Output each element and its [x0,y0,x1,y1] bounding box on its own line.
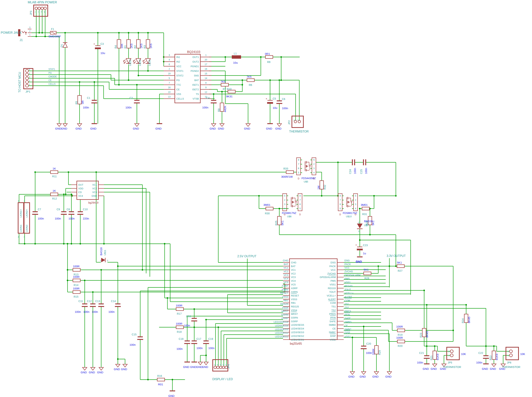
schematic-page: GNDGNDGNDGNDGNDGNDGNDGNDGNDGNDGNDGNDGNDG… [0,0,532,397]
schematic-text: MLAB 4PIN POWER [28,0,57,4]
gnd-label: GND [360,375,366,378]
schematic-text: 100n [55,217,61,220]
ic-pin-name: PACK [330,265,336,268]
gnd-label: GND [266,127,272,130]
schematic-text: 100n [184,324,190,327]
schematic-text: 1 [34,12,37,12]
schematic-text: 5K1 [364,268,369,271]
schematic-text: C17 [196,337,201,340]
ic-pin-name: LED5/SEG5 [291,323,304,326]
fet-pin-number: 2 [284,199,285,201]
gnd-symbol [277,124,281,126]
schematic-text: PFIN [344,313,350,316]
ic-pin-name: LED2/SEG2 [291,335,304,337]
schematic-text: 5K1 [397,261,402,264]
resistor [176,326,183,329]
schematic-text: 0R1 [265,52,270,55]
connector-pin [41,7,43,10]
fet-pin-number: 2 [313,163,315,166]
junction-dot [67,269,68,271]
ic-pin-name: TOUT [329,291,336,293]
led-arrow [124,62,124,63]
connector-pin [219,366,222,369]
ic-pin-name: REG33 [328,287,336,290]
schematic-text: 442K [223,106,226,112]
junction-dot [359,239,361,241]
schematic-text: 10u [100,51,105,55]
junction-dot [71,243,72,244]
gnd-symbol [198,362,202,365]
ic-pin-name: PG [176,79,180,82]
ic-pin-name: ISET1 [192,83,199,86]
junction-dot [321,195,322,197]
ic-pin-name: VSS2 [330,338,336,341]
ic-pin-name: PMS [330,279,336,282]
schematic-text: L1 [234,52,237,55]
fet-pin-number: 7 [298,163,299,166]
fet-pin-number: 3 [284,203,285,206]
ic-pin-name: VSS [176,93,181,95]
schematic-text: REG25 [280,303,288,305]
schematic-text: R15 [74,295,79,298]
ic-pin-name: VCELL+ [327,294,336,297]
inductor [232,55,241,59]
junction-dot [84,280,86,281]
schematic-text: LED5/DEG5 [275,324,288,327]
schematic-text: C3 [100,42,104,45]
ic-pin-name: REG25 [291,305,299,308]
fet-pin-number: 8 [298,159,299,161]
junction-dot [42,32,43,33]
schematic-text: 1K5 [130,43,133,49]
junction-dot [426,345,428,347]
gnd-symbol [82,367,87,370]
resistor [375,346,378,354]
gnd-label: GND [385,375,391,378]
schematic-text: C7 [38,208,41,211]
ic-pin-name: GPOD/ALARM [320,276,336,279]
junction-dot [79,81,80,83]
schematic-text: 100n [282,107,288,110]
ic-pin-name: VC2 [291,272,296,275]
schematic-text: SMD300F [49,35,61,38]
junction-dot [63,194,65,195]
gnd-symbol [135,124,139,126]
junction-dot [369,234,371,236]
schematic-text: TOUT [344,288,351,291]
connector-pin [509,354,512,357]
schematic-text: R5 [75,101,78,104]
resistor [228,90,235,93]
ic-pin-name: IN1 [176,56,180,58]
junction-dot [68,171,69,173]
ic-pin-name: CD [78,191,82,194]
gnd-symbol [350,372,355,374]
schematic-text: C14 [111,300,116,303]
junction-dot [269,79,271,81]
ic-pin-name: PGND1 [190,65,199,68]
schematic-text: JP1 [25,90,30,93]
ic-pin-name: CELLS [176,97,184,100]
ic-pin-name: GND [92,194,97,197]
schematic-text: VC1 [284,266,288,269]
fet-pin-number: S [355,194,356,197]
schematic-text: 100R [396,325,403,328]
schematic-text: R11 [52,175,57,178]
schematic-text: 2 [448,351,450,353]
junction-dot [64,32,66,33]
schematic-text: 2 [37,12,40,12]
junction-dot [138,75,139,76]
ic-pin-name: BAT [194,79,199,82]
schematic-text: 1K5 [149,43,153,49]
schematic-text: 10u [273,106,277,109]
junction-dot [118,84,120,86]
ic-pin-name: BAT [291,265,295,268]
schematic-text: LION2- [25,224,28,232]
ic-pin-number: 13 [168,95,171,98]
schematic-text: 3 [29,76,30,78]
resistor [320,181,324,189]
schematic-text: 220n [83,217,89,220]
resistor [286,171,294,174]
junction-dot [79,243,81,244]
schematic-text: J1 [20,38,23,42]
schematic-text: RB1 [284,299,288,302]
ic-pin-name: LED4/SEG4 [291,327,304,330]
